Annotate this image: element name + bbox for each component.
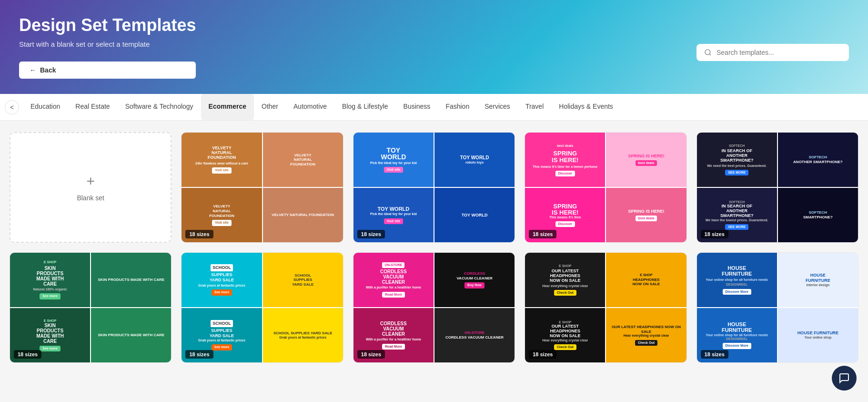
sidebar-item-business[interactable]: Business bbox=[396, 94, 438, 120]
card-images-foundation: VELVETYNATURALFOUNDATION 24hr flawless w… bbox=[182, 133, 343, 242]
mock-image: VELVETYNATURALFOUNDATION bbox=[263, 133, 343, 187]
card-images-spring: best deals SPRINGIS HERE! This means it'… bbox=[525, 133, 686, 242]
card-images-skin: E SHOP SKINPRODUCTSMADE WITHCARE Natural… bbox=[10, 253, 171, 362]
sizes-badge: 18 sizes bbox=[701, 350, 728, 359]
nav-prev-button[interactable]: < bbox=[5, 100, 19, 114]
mock-image: SCHOOL SUPPLIESYARD SALE Grab yours at f… bbox=[182, 253, 262, 307]
mock-image: SPRING IS HERE! best deals bbox=[606, 188, 686, 242]
img-slot: VELVETYNATURALFOUNDATION 24hr flawless w… bbox=[182, 133, 262, 187]
sidebar-item-real-estate[interactable]: Real Estate bbox=[68, 94, 117, 120]
template-card-toy-world[interactable]: TOYWORLD Pick the ideal toy for your kid… bbox=[353, 132, 515, 243]
mock-image: ON-STORE CORDLESSVACUUMCLEANER With a pu… bbox=[353, 253, 434, 307]
mock-image: VELVETY NATURAL FOUNDATION bbox=[263, 188, 343, 242]
sidebar-item-other[interactable]: Other bbox=[254, 94, 286, 120]
mock-image: VELVETYNATURALFOUNDATION 24hr flawless w… bbox=[182, 133, 262, 187]
img-slot: ON-STORE CORDLESSVACUUMCLEANER With a pu… bbox=[353, 253, 434, 307]
img-slot: SCHOOL SUPPLIES YARD SALE Grab yours at … bbox=[263, 308, 343, 362]
sidebar-item-blog[interactable]: Blog & Lifestyle bbox=[334, 94, 396, 120]
mock-image: SOFTECH IN SEARCH OFANOTHERSMARTPHONE? W… bbox=[697, 133, 777, 187]
mock-image: E SHOP HEADPHONESNOW ON SALE bbox=[606, 253, 686, 307]
category-nav: < Education Real Estate Software & Techn… bbox=[0, 94, 868, 121]
mock-image: E SHOP OUR LATESTHEADPHONESNOW ON SALE H… bbox=[525, 253, 605, 307]
mock-image: OUR LATEST HEADPHONES NOW ON SALE Hear e… bbox=[606, 308, 686, 362]
sidebar-item-ecommerce[interactable]: Ecommerce bbox=[201, 94, 254, 120]
img-slot: SKIN PRODUCTS MADE WITH CARE bbox=[91, 308, 171, 362]
img-slot: CORDLESS VACUUM CLEANER Buy Now bbox=[434, 253, 515, 307]
blank-set-label: Blank set bbox=[77, 194, 104, 202]
template-card-softech[interactable]: SOFTECH IN SEARCH OFANOTHERSMARTPHONE? W… bbox=[696, 132, 858, 243]
sizes-badge: 18 sizes bbox=[357, 230, 385, 238]
sizes-badge: 18 sizes bbox=[185, 230, 213, 238]
img-slot: TOY WORLD bbox=[434, 188, 515, 242]
mock-image: SOFTECH SMARTPHONE? bbox=[778, 188, 858, 242]
img-slot: SKIN PRODUCTS MADE WITH CARE bbox=[91, 253, 171, 307]
template-card-headphones[interactable]: E SHOP OUR LATESTHEADPHONESNOW ON SALE H… bbox=[525, 252, 686, 363]
img-slot: E SHOP SKINPRODUCTSMADE WITHCARE Natural… bbox=[10, 253, 90, 307]
page-title: Design Set Templates bbox=[19, 15, 196, 35]
mock-image: SCHOOLSUPPLIESYARD SALE bbox=[263, 253, 343, 307]
back-button[interactable]: ← Back bbox=[19, 62, 196, 79]
img-slot: TOY WORLD robots toys bbox=[434, 133, 515, 187]
template-card-vacuum[interactable]: ON-STORE CORDLESSVACUUMCLEANER With a pu… bbox=[353, 252, 515, 363]
img-slot: E SHOP OUR LATESTHEADPHONESNOW ON SALE H… bbox=[525, 253, 605, 307]
card-images-school: SCHOOL SUPPLIESYARD SALE Grab yours at f… bbox=[182, 253, 343, 362]
img-slot: SCHOOLSUPPLIESYARD SALE bbox=[263, 253, 343, 307]
sizes-badge: 18 sizes bbox=[14, 350, 41, 359]
page-header: Design Set Templates Start with a blank … bbox=[0, 0, 868, 94]
search-icon bbox=[704, 49, 712, 56]
sizes-badge: 18 sizes bbox=[701, 230, 728, 238]
sidebar-item-holidays[interactable]: Holidays & Events bbox=[551, 94, 621, 120]
sidebar-item-fashion[interactable]: Fashion bbox=[438, 94, 477, 120]
img-slot: SCHOOL SUPPLIESYARD SALE Grab yours at f… bbox=[182, 253, 262, 307]
sidebar-item-services[interactable]: Services bbox=[477, 94, 518, 120]
back-label: Back bbox=[40, 66, 56, 74]
card-images-softech: SOFTECH IN SEARCH OFANOTHERSMARTPHONE? W… bbox=[697, 133, 858, 242]
template-card-furniture[interactable]: HOUSEFURNITURE Your online shop for all … bbox=[696, 252, 858, 363]
card-images-vacuum: ON-STORE CORDLESSVACUUMCLEANER With a pu… bbox=[353, 253, 515, 362]
img-slot: VELVETY NATURAL FOUNDATION bbox=[263, 188, 343, 242]
sidebar-item-education[interactable]: Education bbox=[23, 94, 68, 120]
mock-image: HOUSEFURNITURE Your online shop for all … bbox=[697, 253, 777, 307]
mock-image: SOFTECH ANOTHER SMARTPHONE? bbox=[778, 133, 858, 187]
back-arrow-icon: ← bbox=[30, 66, 36, 74]
img-slot: SPRING IS HERE! best deals bbox=[606, 188, 686, 242]
mock-image: SCHOOL SUPPLIES YARD SALE Grab yours at … bbox=[263, 308, 343, 362]
card-images-headphones: E SHOP OUR LATESTHEADPHONESNOW ON SALE H… bbox=[525, 253, 686, 362]
img-slot: ON-STORE CORDLESS VACUUM CLEANER bbox=[434, 308, 515, 362]
mock-image: HOUSEFURNITURE interior design bbox=[778, 253, 858, 307]
card-images-toy: TOYWORLD Pick the ideal toy for your kid… bbox=[353, 133, 515, 242]
img-slot: VELVETYNATURALFOUNDATION bbox=[263, 133, 343, 187]
img-slot: best deals SPRINGIS HERE! This means it'… bbox=[525, 133, 605, 187]
img-slot: TOYWORLD Pick the ideal toy for your kid… bbox=[353, 133, 434, 187]
svg-line-1 bbox=[709, 54, 711, 55]
sidebar-item-automotive[interactable]: Automotive bbox=[286, 94, 334, 120]
sizes-badge: 18 sizes bbox=[529, 350, 556, 359]
img-slot: SPRING IS HERE! best deals bbox=[606, 133, 686, 187]
card-images-furniture: HOUSEFURNITURE Your online shop for all … bbox=[697, 253, 858, 362]
template-card-skin[interactable]: E SHOP SKINPRODUCTSMADE WITHCARE Natural… bbox=[10, 252, 172, 363]
img-slot: SOFTECH IN SEARCH OFANOTHERSMARTPHONE? W… bbox=[697, 133, 777, 187]
search-box bbox=[696, 44, 849, 61]
mock-image: SKIN PRODUCTS MADE WITH CARE bbox=[91, 253, 171, 307]
mock-image: TOYWORLD Pick the ideal toy for your kid… bbox=[353, 133, 434, 187]
template-card-spring[interactable]: best deals SPRINGIS HERE! This means it'… bbox=[525, 132, 686, 243]
img-slot: HOUSE FURNITURE Your online shop bbox=[778, 308, 858, 362]
mock-image: TOY WORLD bbox=[434, 188, 515, 242]
mock-image: E SHOP SKINPRODUCTSMADE WITHCARE Natural… bbox=[10, 253, 90, 307]
template-card-school[interactable]: SCHOOL SUPPLIESYARD SALE Grab yours at f… bbox=[181, 252, 343, 363]
img-slot: HOUSEFURNITURE interior design bbox=[778, 253, 858, 307]
sizes-badge: 18 sizes bbox=[185, 350, 213, 359]
img-slot: HOUSEFURNITURE Your online shop for all … bbox=[697, 253, 777, 307]
blank-set-card[interactable]: + Blank set bbox=[10, 132, 172, 243]
sidebar-item-travel[interactable]: Travel bbox=[518, 94, 551, 120]
sidebar-item-software[interactable]: Software & Technology bbox=[118, 94, 201, 120]
search-input[interactable] bbox=[717, 49, 841, 56]
img-slot: SOFTECH SMARTPHONE? bbox=[778, 188, 858, 242]
mock-image: SPRING IS HERE! best deals bbox=[606, 133, 686, 187]
plus-icon: + bbox=[86, 173, 95, 189]
img-slot: OUR LATEST HEADPHONES NOW ON SALE Hear e… bbox=[606, 308, 686, 362]
sizes-badge: 18 sizes bbox=[529, 230, 556, 238]
img-slot: SOFTECH ANOTHER SMARTPHONE? bbox=[778, 133, 858, 187]
template-card-foundation[interactable]: VELVETYNATURALFOUNDATION 24hr flawless w… bbox=[181, 132, 343, 243]
header-left: Design Set Templates Start with a blank … bbox=[19, 15, 196, 79]
